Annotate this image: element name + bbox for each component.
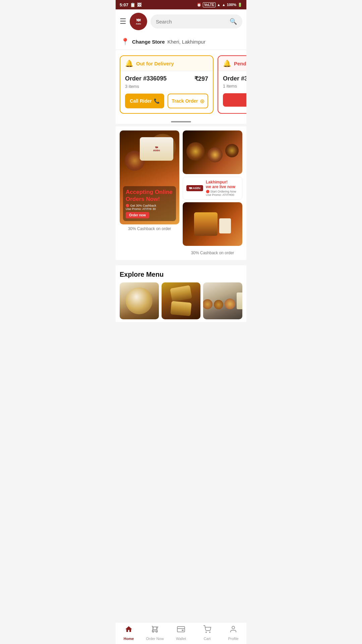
phone-icon: 📞 [154,98,160,104]
order-status-pending: Pending [234,61,246,66]
explore-menu-section: Explore Menu [116,265,246,322]
promo-right-column: 🍽 Atithi Lakhimpur! we are live now 🔴 St… [183,130,242,256]
order-card-body-pending: Order #33... 1 items Call Res... [218,71,246,111]
scroll-indicator [116,119,246,124]
menu-item-snacks[interactable] [162,282,201,319]
promo-banner-top-right[interactable] [183,130,242,174]
order-now-button[interactable]: Order now [126,212,149,218]
order-card-body-delivery: Order #336095 ₹297 3 items Call Rider 📞 … [120,71,213,113]
promo-banner-mid-right[interactable]: 🍽 Atithi Lakhimpur! we are live now 🔴 St… [183,177,242,200]
explore-menu-title: Explore Menu [120,271,242,278]
search-input[interactable] [156,19,227,24]
status-icons: ⏰ VoLTE ▲ ▲ 100% 🔋 [197,2,242,7]
call-rider-button[interactable]: Call Rider 📞 [125,94,164,108]
order-card-header-pending: 🔔 Pending [218,56,246,71]
menu-item-soup[interactable] [120,282,159,319]
call-restaurant-button[interactable]: Call Res... [223,93,246,107]
order-card-header-delivery: 🔔 Out for Delivery [120,56,213,71]
order-items-pending: 1 items [223,84,246,89]
location-pin-icon: 📍 [121,38,129,46]
promo-sub-text: 🔴 Get 30% Cashback Use Promo: ATITHI 30 [126,204,173,211]
search-icon: 🔍 [230,18,237,25]
location-name: Kheri, Lakhimpur [168,39,205,45]
status-time: 5:07 📋 🖼 [120,2,141,7]
order-card-delivery: 🔔 Out for Delivery Order #336095 ₹297 3 … [120,55,214,114]
track-icon: ◎ [200,98,204,104]
location-bar[interactable]: 📍 Change Store Kheri, Lakhimpur [116,34,246,50]
order-cards-container: 🔔 Out for Delivery Order #336095 ₹297 3 … [116,50,246,119]
order-status-delivery: Out for Delivery [136,61,174,66]
menu-grid [120,282,242,319]
menu-item-starters[interactable] [203,282,242,319]
search-bar[interactable]: 🔍 [150,14,242,29]
change-store-label[interactable]: Change Store [132,39,165,45]
promo-banner-left[interactable]: 🍽Atithi Accepting Online Orders Now! 🔴 G… [120,130,179,256]
track-order-button[interactable]: Track Order ◎ [168,94,208,108]
order-card-pending: 🔔 Pending Order #33... 1 items Call Res.… [218,55,246,114]
order-number-pending: Order #33... [223,75,246,82]
bell-icon: 🔔 [125,59,133,67]
header: ☰ 🍽 Atithi 🔍 [116,9,246,34]
hamburger-icon[interactable]: ☰ [120,17,126,26]
promo-main-text: Accepting Online Orders Now! [126,189,173,203]
app-logo[interactable]: 🍽 Atithi [130,13,147,30]
lakhimpur-text: Lakhimpur! [206,180,236,184]
promo-caption-right: 30% Cashback on order [183,249,242,256]
order-number-delivery: Order #336095 [125,75,167,82]
order-amount-delivery: ₹297 [194,75,208,83]
bell-icon-red: 🔔 [223,59,231,67]
promo-caption-left: 30% Cashback on order [120,224,179,232]
promo-banner-bottom-right[interactable] [183,202,242,246]
status-bar: 5:07 📋 🖼 ⏰ VoLTE ▲ ▲ 100% 🔋 [116,0,246,9]
order-items-delivery: 3 items [125,84,208,89]
scroll-dot-1 [171,121,191,122]
promo-section: 🍽Atithi Accepting Online Orders Now! 🔴 G… [116,126,246,260]
